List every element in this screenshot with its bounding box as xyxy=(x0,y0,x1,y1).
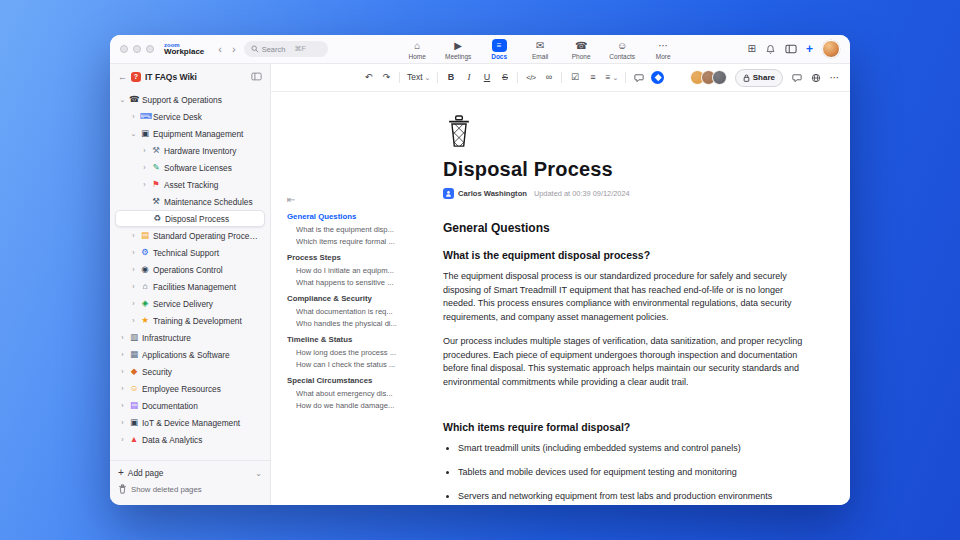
sidebar-item-training-development[interactable]: ›★Training & Development xyxy=(115,312,265,329)
sidebar-item-asset-tracking[interactable]: ›⚑Asset Tracking xyxy=(115,176,265,193)
sidebar-item-applications-software[interactable]: ›▦Applications & Software xyxy=(115,346,265,363)
nav-item-email[interactable]: ✉Email xyxy=(521,37,560,62)
chevron-right-icon[interactable]: › xyxy=(119,419,126,426)
share-button[interactable]: Share xyxy=(735,69,783,87)
outline-item[interactable]: How long does the process ... xyxy=(296,348,427,357)
sidebar-item-data-analytics[interactable]: ›▲Data & Analytics xyxy=(115,431,265,448)
forward-button[interactable]: › xyxy=(230,44,238,55)
nav-item-docs[interactable]: ≡Docs xyxy=(480,37,519,62)
apps-grid-icon[interactable]: ⊞ xyxy=(748,44,756,54)
document-content[interactable]: Disposal Process Carlos Washington Updat… xyxy=(431,92,850,505)
close-window-button[interactable] xyxy=(120,45,128,53)
sidebar-back-icon[interactable]: ← xyxy=(118,72,127,82)
nav-item-contacts[interactable]: ☺Contacts xyxy=(603,37,642,62)
italic-button[interactable]: I xyxy=(463,70,474,86)
sidebar-item-technical-support[interactable]: ›⚙Technical Support xyxy=(115,244,265,261)
chevron-right-icon[interactable]: › xyxy=(119,385,126,392)
add-page-button[interactable]: + Add page ⌄ xyxy=(118,465,262,481)
chevron-right-icon[interactable]: › xyxy=(130,266,137,273)
chevron-down-icon[interactable]: ⌄ xyxy=(119,96,126,103)
chevron-right-icon[interactable]: › xyxy=(119,402,126,409)
chevron-right-icon[interactable]: › xyxy=(130,317,137,324)
chevron-right-icon[interactable]: › xyxy=(119,368,126,375)
link-button[interactable]: ∞ xyxy=(543,70,554,86)
outline-item[interactable]: How do we handle damage... xyxy=(296,401,427,410)
redo-button[interactable]: ↷ xyxy=(381,70,392,86)
chevron-right-icon[interactable]: › xyxy=(141,181,148,188)
chevron-right-icon[interactable]: › xyxy=(119,351,126,358)
comment-button[interactable] xyxy=(633,70,644,86)
chevron-right-icon[interactable]: › xyxy=(130,300,137,307)
sidebar-item-standard-operating-procedures[interactable]: ›▤Standard Operating Procedures xyxy=(115,227,265,244)
outline-item[interactable]: How do I initiate an equipm... xyxy=(296,266,427,275)
undo-button[interactable]: ↶ xyxy=(363,70,374,86)
checklist-button[interactable]: ☑ xyxy=(569,70,580,86)
outline-item[interactable]: What about emergency dis... xyxy=(296,389,427,398)
ai-companion-button[interactable] xyxy=(651,71,664,84)
outline-item[interactable]: How can I check the status ... xyxy=(296,360,427,369)
nav-item-home[interactable]: ⌂Home xyxy=(398,37,437,62)
sidebar-item-hardware-inventory[interactable]: ›⚒Hardware Inventory xyxy=(115,142,265,159)
chevron-right-icon[interactable]: › xyxy=(130,283,137,290)
sidebar-item-maintenance-schedules[interactable]: ⚒Maintenance Schedules xyxy=(115,193,265,210)
outline-item[interactable]: What is the equipment disp... xyxy=(296,225,427,234)
outline-item[interactable]: What happens to sensitive ... xyxy=(296,278,427,287)
chevron-right-icon[interactable]: › xyxy=(130,249,137,256)
underline-button[interactable]: U xyxy=(481,70,492,86)
text-style-dropdown[interactable]: Text ⌄ xyxy=(407,70,430,86)
user-avatar[interactable] xyxy=(822,40,840,58)
outline-item[interactable]: Which items require formal ... xyxy=(296,237,427,246)
chevron-right-icon[interactable]: › xyxy=(141,164,148,171)
window-titlebar[interactable]: zoom Workplace ‹ › Search ⌘F ⌂Home▶Meeti… xyxy=(110,35,850,64)
more-options-button[interactable]: ⋯ xyxy=(829,70,840,86)
nav-item-phone[interactable]: ☎Phone xyxy=(562,37,601,62)
align-dropdown[interactable]: ≡ ⌄ xyxy=(605,70,618,86)
sidebar-item-documentation[interactable]: ›▤Documentation xyxy=(115,397,265,414)
collapse-outline-button[interactable]: ⇤ xyxy=(287,194,427,205)
search-input[interactable]: Search ⌘F xyxy=(244,41,328,57)
sidebar-item-service-desk[interactable]: ›⌨Service Desk xyxy=(115,108,265,125)
sidebar-item-infrastructure[interactable]: ›▥Infrastructure xyxy=(115,329,265,346)
back-button[interactable]: ‹ xyxy=(216,44,224,55)
outline-section[interactable]: Special Circumstances xyxy=(287,376,427,385)
sidebar-item-support-operations[interactable]: ⌄☎Support & Operations xyxy=(115,91,265,108)
outline-section[interactable]: Compliance & Security xyxy=(287,294,427,303)
nav-item-meetings[interactable]: ▶Meetings xyxy=(439,37,478,62)
chevron-right-icon[interactable]: › xyxy=(141,147,148,154)
chevron-down-icon[interactable]: ⌄ xyxy=(255,469,262,478)
comments-panel-button[interactable] xyxy=(791,70,802,86)
sidebar-item-service-delivery[interactable]: ›◈Service Delivery xyxy=(115,295,265,312)
chevron-right-icon[interactable]: › xyxy=(119,436,126,443)
sidebar-item-employee-resources[interactable]: ›☺Employee Resources xyxy=(115,380,265,397)
show-deleted-button[interactable]: Show deleted pages xyxy=(118,481,262,497)
bold-button[interactable]: B xyxy=(445,70,456,86)
side-panel-icon[interactable] xyxy=(785,44,797,54)
chevron-right-icon[interactable]: › xyxy=(119,334,126,341)
sidebar-item-facilities-management[interactable]: ›⌂Facilities Management xyxy=(115,278,265,295)
sidebar-item-operations-control[interactable]: ›◉Operations Control xyxy=(115,261,265,278)
outline-item[interactable]: What documentation is req... xyxy=(296,307,427,316)
collaborator-avatar[interactable] xyxy=(712,70,727,85)
sidebar-item-security[interactable]: ›◆Security xyxy=(115,363,265,380)
sidebar-item-iot-device-management[interactable]: ›▣IoT & Device Management xyxy=(115,414,265,431)
chevron-down-icon[interactable]: ⌄ xyxy=(130,130,137,137)
new-item-button[interactable]: + xyxy=(806,43,813,55)
sidebar-item-equipment-management[interactable]: ⌄▣Equipment Management xyxy=(115,125,265,142)
bullet-list-button[interactable]: ≡ xyxy=(587,70,598,86)
code-button[interactable]: </> xyxy=(525,70,536,86)
sidebar-item-disposal-process[interactable]: ♻Disposal Process xyxy=(115,210,265,227)
nav-item-more[interactable]: ⋯More xyxy=(644,37,683,62)
publish-globe-button[interactable] xyxy=(810,70,821,86)
outline-section[interactable]: Process Steps xyxy=(287,253,427,262)
outline-section[interactable]: General Questions xyxy=(287,212,427,221)
sidebar-item-software-licenses[interactable]: ›✎Software Licenses xyxy=(115,159,265,176)
collapse-sidebar-icon[interactable] xyxy=(251,72,262,81)
chevron-right-icon[interactable]: › xyxy=(130,232,137,239)
outline-section[interactable]: Timeline & Status xyxy=(287,335,427,344)
chevron-right-icon[interactable]: › xyxy=(130,113,137,120)
notifications-bell-icon[interactable] xyxy=(765,44,776,55)
strikethrough-button[interactable]: S xyxy=(499,70,510,86)
outline-item[interactable]: Who handles the physical di... xyxy=(296,319,427,328)
minimize-window-button[interactable] xyxy=(133,45,141,53)
zoom-window-button[interactable] xyxy=(146,45,154,53)
